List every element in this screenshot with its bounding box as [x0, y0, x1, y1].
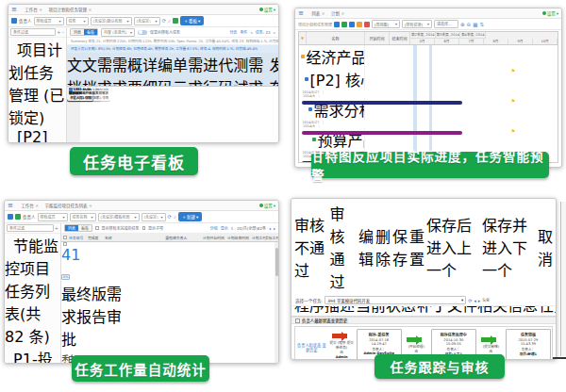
gantt-bar[interactable] — [302, 131, 462, 135]
window-tab[interactable]: 工作台 × — [16, 203, 39, 208]
pager-prev-icon[interactable]: ◂ — [269, 226, 271, 231]
next-task-icon[interactable]: ▸ — [478, 298, 481, 303]
close-icon[interactable]: × — [39, 8, 42, 12]
kanban-column-header[interactable]: 需求确认(完成) — [248, 53, 269, 86]
layout2-select[interactable]: (未设定)▾ — [142, 213, 166, 221]
col-name[interactable]: 名称 — [105, 236, 165, 240]
col-start[interactable]: 计划开始时间 — [203, 236, 227, 240]
resource-select[interactable]: [所有资源]▾ — [402, 20, 432, 28]
col-pct[interactable]: 完成度 — [88, 236, 105, 240]
refresh-icon[interactable]: ⟳ — [468, 298, 472, 303]
action-button[interactable]: 删除 — [375, 224, 391, 270]
expand-button[interactable]: + — [55, 225, 58, 231]
kanban-column-header[interactable]: 单元测试 — [173, 53, 188, 86]
settings-button[interactable]: 设置 ▾ — [259, 203, 275, 208]
kanban-column-header[interactable]: 需求调研 — [97, 53, 112, 86]
gantt-bar[interactable] — [302, 101, 462, 105]
column-header-end[interactable]: 结束时间 — [390, 32, 410, 44]
select-all-checkbox[interactable] — [63, 236, 67, 239]
delete-icon[interactable] — [364, 22, 370, 27]
action-button[interactable]: 取消 — [538, 224, 553, 270]
history-link[interactable]: 负责人和状态 变更历史 — [295, 327, 328, 360]
resource-icon[interactable] — [349, 22, 355, 27]
zoom-in-icon[interactable]: ⊕ — [460, 22, 465, 27]
group-button[interactable]: 分组 — [210, 225, 218, 231]
col-num[interactable]: 任务编号 — [69, 236, 88, 240]
show-all-toggle[interactable] — [138, 30, 147, 35]
kanban-column-header[interactable]: 概要设计 — [127, 53, 142, 86]
view-segmented-control[interactable]: 列表看板 — [70, 28, 98, 36]
window-tab[interactable]: 计划 × — [326, 10, 345, 16]
view-scale-select[interactable]: [周视图]▾ — [372, 20, 400, 28]
view-icon[interactable] — [8, 214, 13, 220]
gantt-row[interactable]: [P2] 核心系统UI产品项目 2014/5/27 2014/9 ⚑ — [299, 68, 558, 98]
review-tab[interactable]: 程序描述 — [294, 306, 355, 316]
task-select[interactable]: 394 苹果模块代码开发▾ — [325, 296, 466, 304]
settings-button[interactable]: 设置 ▾ — [542, 10, 558, 16]
task-name-cell[interactable]: [P2] 核心系统UI产品项目 — [299, 68, 365, 90]
window-tab[interactable]: 项目计划和任务管理 × — [43, 7, 92, 12]
layout-select[interactable]: (未设定)模板布局▾ — [98, 213, 140, 221]
col-plan-hours[interactable]: 计划工时 — [252, 236, 265, 240]
iteration-select[interactable]: 月度 (本迭代)▾ — [101, 28, 135, 37]
menu-icon[interactable]: ≡ — [8, 203, 13, 209]
column-header-name[interactable]: 名称 — [307, 32, 365, 44]
layout-select[interactable]: (未设定)默认布局▾ — [91, 17, 132, 25]
action-button[interactable]: 编辑 — [358, 224, 374, 270]
tree-item[interactable]: 节能监控项目任务列表(共 82 条) — [5, 234, 60, 347]
task-name-cell[interactable]: 经济产品线 — [299, 45, 365, 68]
show-button[interactable]: 显示 — [221, 225, 228, 231]
save-icon[interactable] — [334, 22, 340, 27]
kanban-column-header[interactable]: 代码评审 — [218, 53, 233, 86]
close-icon[interactable]: × — [89, 204, 92, 208]
pager-next-icon[interactable]: ▸ — [274, 226, 275, 231]
task-name-filter[interactable]: 任务名称▾ — [70, 213, 96, 221]
card-assignee[interactable]: 开发人员1 详情 — [67, 95, 93, 101]
owner-select[interactable]: 所有成员▾ — [38, 213, 68, 221]
kanban-column-header[interactable]: 编码 — [158, 53, 173, 86]
close-icon[interactable]: × — [322, 11, 325, 16]
tree-item[interactable]: [P2] 核心系统UI产品项目 — [8, 128, 66, 143]
row-checkbox[interactable] — [63, 242, 67, 246]
menu-icon[interactable]: ≡ — [298, 10, 304, 17]
gantt-row[interactable]: 经济产品线 ⚑ — [299, 45, 558, 68]
gantt-search-input[interactable] — [434, 20, 458, 28]
close-icon[interactable]: × — [35, 204, 39, 208]
zoom-out-icon[interactable]: ⊖ — [467, 22, 472, 27]
column-header-start[interactable]: 开始时间 — [365, 32, 390, 44]
close-icon[interactable]: × — [341, 11, 344, 16]
refresh-icon[interactable]: ⟳ — [162, 18, 167, 24]
table-row[interactable]: 413 0% 最终版需求报告审批 魏俊 总经理 2014-12-08 2014-… — [61, 242, 278, 364]
review-tab[interactable]: 补丁文件相关信息 — [417, 306, 538, 316]
new-board-button[interactable]: +看板▾ — [180, 16, 204, 25]
kanban-column-header[interactable]: 发布 — [269, 53, 278, 86]
close-icon[interactable]: × — [88, 8, 92, 12]
grid-icon[interactable]: ▦ — [473, 22, 477, 27]
paging-button[interactable]: 分页 — [229, 29, 237, 35]
col-actual-hours[interactable]: 实际工时 — [265, 236, 278, 240]
kanban-column-header[interactable]: 需求评审 — [112, 53, 127, 86]
export-icon[interactable] — [173, 18, 178, 24]
kanban-column-header[interactable]: 文档评审 — [82, 53, 97, 86]
settings-button[interactable]: 设置 ▾ — [259, 7, 275, 12]
new-task-button[interactable]: +新建▾ — [178, 212, 202, 221]
kanban-card[interactable]: 1347 4h/4h 测试报告 开发人员1 详情 — [67, 87, 93, 101]
action-button[interactable]: 重置 — [409, 224, 424, 270]
action-button[interactable]: 保存后进入上一个 — [426, 213, 480, 281]
menu-icon[interactable]: ≡ — [11, 7, 17, 13]
window-tab[interactable]: 工作台 × — [20, 7, 42, 12]
pager-next-icon[interactable]: » — [274, 30, 275, 35]
search-icon[interactable]: ⌕ — [174, 214, 176, 220]
stats-icon[interactable] — [15, 214, 21, 220]
checkbox-unfinished[interactable] — [95, 226, 99, 230]
task-filter-select[interactable]: 任务▾ — [66, 17, 89, 25]
view-segmented-control[interactable]: 列表看板 — [64, 224, 92, 232]
tree-item[interactable]: P1-投资监控硬件适配项目任务 — [5, 347, 60, 364]
filter-icon[interactable]: ▼ — [301, 36, 304, 41]
col-end[interactable]: 计划结束时间 — [227, 236, 252, 240]
history-section-header[interactable]: – 负责人最新状态变更历史 — [291, 317, 556, 324]
checkbox-subtasks[interactable] — [142, 226, 146, 230]
search-icon[interactable]: ⌕ — [168, 18, 171, 24]
owner-select[interactable]: 所有成员▾ — [34, 17, 64, 25]
collapse-icon[interactable]: – — [295, 318, 300, 323]
